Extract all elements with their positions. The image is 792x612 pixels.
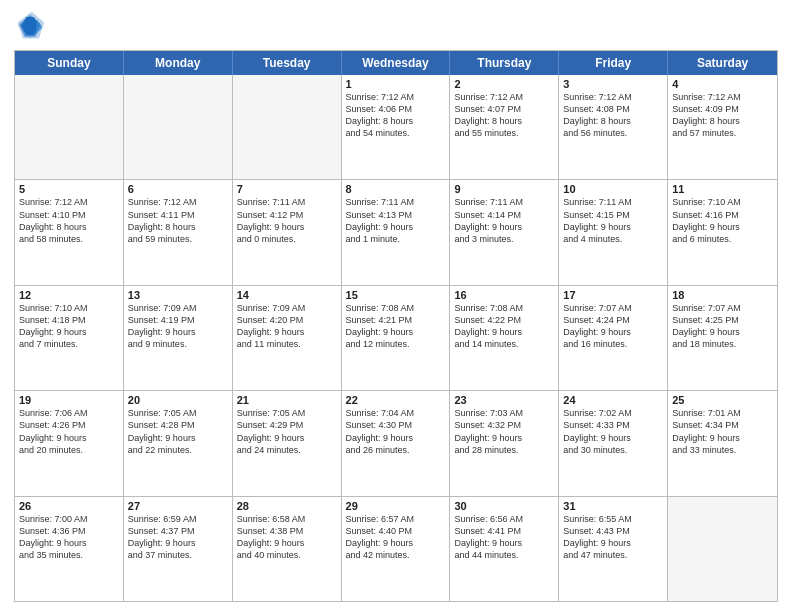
cal-cell-0-6: 4Sunrise: 7:12 AM Sunset: 4:09 PM Daylig… xyxy=(668,75,777,179)
day-number: 14 xyxy=(237,289,337,301)
header-day-friday: Friday xyxy=(559,51,668,75)
cal-cell-3-6: 25Sunrise: 7:01 AM Sunset: 4:34 PM Dayli… xyxy=(668,391,777,495)
day-number: 19 xyxy=(19,394,119,406)
day-info: Sunrise: 7:08 AM Sunset: 4:21 PM Dayligh… xyxy=(346,302,446,351)
cal-cell-2-1: 13Sunrise: 7:09 AM Sunset: 4:19 PM Dayli… xyxy=(124,286,233,390)
day-number: 8 xyxy=(346,183,446,195)
cal-cell-0-5: 3Sunrise: 7:12 AM Sunset: 4:08 PM Daylig… xyxy=(559,75,668,179)
day-info: Sunrise: 6:57 AM Sunset: 4:40 PM Dayligh… xyxy=(346,513,446,562)
cal-cell-4-0: 26Sunrise: 7:00 AM Sunset: 4:36 PM Dayli… xyxy=(15,497,124,601)
day-number: 23 xyxy=(454,394,554,406)
day-info: Sunrise: 7:12 AM Sunset: 4:09 PM Dayligh… xyxy=(672,91,773,140)
cal-cell-1-5: 10Sunrise: 7:11 AM Sunset: 4:15 PM Dayli… xyxy=(559,180,668,284)
day-number: 22 xyxy=(346,394,446,406)
cal-cell-3-2: 21Sunrise: 7:05 AM Sunset: 4:29 PM Dayli… xyxy=(233,391,342,495)
logo xyxy=(14,10,50,42)
day-info: Sunrise: 7:05 AM Sunset: 4:29 PM Dayligh… xyxy=(237,407,337,456)
day-info: Sunrise: 6:58 AM Sunset: 4:38 PM Dayligh… xyxy=(237,513,337,562)
day-info: Sunrise: 7:07 AM Sunset: 4:24 PM Dayligh… xyxy=(563,302,663,351)
day-number: 16 xyxy=(454,289,554,301)
day-info: Sunrise: 6:56 AM Sunset: 4:41 PM Dayligh… xyxy=(454,513,554,562)
day-number: 17 xyxy=(563,289,663,301)
day-info: Sunrise: 6:55 AM Sunset: 4:43 PM Dayligh… xyxy=(563,513,663,562)
day-info: Sunrise: 7:09 AM Sunset: 4:20 PM Dayligh… xyxy=(237,302,337,351)
day-number: 29 xyxy=(346,500,446,512)
cal-cell-3-0: 19Sunrise: 7:06 AM Sunset: 4:26 PM Dayli… xyxy=(15,391,124,495)
day-info: Sunrise: 7:11 AM Sunset: 4:12 PM Dayligh… xyxy=(237,196,337,245)
day-number: 30 xyxy=(454,500,554,512)
cal-cell-4-6 xyxy=(668,497,777,601)
day-number: 9 xyxy=(454,183,554,195)
cal-cell-4-5: 31Sunrise: 6:55 AM Sunset: 4:43 PM Dayli… xyxy=(559,497,668,601)
header-day-saturday: Saturday xyxy=(668,51,777,75)
cal-cell-1-2: 7Sunrise: 7:11 AM Sunset: 4:12 PM Daylig… xyxy=(233,180,342,284)
day-info: Sunrise: 6:59 AM Sunset: 4:37 PM Dayligh… xyxy=(128,513,228,562)
day-number: 6 xyxy=(128,183,228,195)
day-info: Sunrise: 7:12 AM Sunset: 4:08 PM Dayligh… xyxy=(563,91,663,140)
cal-cell-3-5: 24Sunrise: 7:02 AM Sunset: 4:33 PM Dayli… xyxy=(559,391,668,495)
day-info: Sunrise: 7:10 AM Sunset: 4:16 PM Dayligh… xyxy=(672,196,773,245)
day-info: Sunrise: 7:12 AM Sunset: 4:10 PM Dayligh… xyxy=(19,196,119,245)
day-info: Sunrise: 7:11 AM Sunset: 4:15 PM Dayligh… xyxy=(563,196,663,245)
cal-cell-3-1: 20Sunrise: 7:05 AM Sunset: 4:28 PM Dayli… xyxy=(124,391,233,495)
cal-cell-1-0: 5Sunrise: 7:12 AM Sunset: 4:10 PM Daylig… xyxy=(15,180,124,284)
cal-cell-1-1: 6Sunrise: 7:12 AM Sunset: 4:11 PM Daylig… xyxy=(124,180,233,284)
cal-cell-2-6: 18Sunrise: 7:07 AM Sunset: 4:25 PM Dayli… xyxy=(668,286,777,390)
day-number: 31 xyxy=(563,500,663,512)
day-info: Sunrise: 7:10 AM Sunset: 4:18 PM Dayligh… xyxy=(19,302,119,351)
calendar-row-2: 12Sunrise: 7:10 AM Sunset: 4:18 PM Dayli… xyxy=(15,285,777,390)
header xyxy=(14,10,778,42)
cal-cell-2-0: 12Sunrise: 7:10 AM Sunset: 4:18 PM Dayli… xyxy=(15,286,124,390)
cal-cell-4-2: 28Sunrise: 6:58 AM Sunset: 4:38 PM Dayli… xyxy=(233,497,342,601)
day-info: Sunrise: 7:02 AM Sunset: 4:33 PM Dayligh… xyxy=(563,407,663,456)
day-number: 5 xyxy=(19,183,119,195)
day-info: Sunrise: 7:04 AM Sunset: 4:30 PM Dayligh… xyxy=(346,407,446,456)
cal-cell-0-2 xyxy=(233,75,342,179)
page: SundayMondayTuesdayWednesdayThursdayFrid… xyxy=(0,0,792,612)
cal-cell-4-1: 27Sunrise: 6:59 AM Sunset: 4:37 PM Dayli… xyxy=(124,497,233,601)
day-number: 26 xyxy=(19,500,119,512)
day-number: 4 xyxy=(672,78,773,90)
day-info: Sunrise: 7:09 AM Sunset: 4:19 PM Dayligh… xyxy=(128,302,228,351)
logo-icon xyxy=(14,10,46,42)
header-day-sunday: Sunday xyxy=(15,51,124,75)
day-info: Sunrise: 7:11 AM Sunset: 4:14 PM Dayligh… xyxy=(454,196,554,245)
day-number: 20 xyxy=(128,394,228,406)
calendar-row-0: 1Sunrise: 7:12 AM Sunset: 4:06 PM Daylig… xyxy=(15,75,777,179)
header-day-thursday: Thursday xyxy=(450,51,559,75)
day-info: Sunrise: 7:00 AM Sunset: 4:36 PM Dayligh… xyxy=(19,513,119,562)
day-number: 11 xyxy=(672,183,773,195)
cal-cell-2-2: 14Sunrise: 7:09 AM Sunset: 4:20 PM Dayli… xyxy=(233,286,342,390)
day-number: 1 xyxy=(346,78,446,90)
day-number: 28 xyxy=(237,500,337,512)
day-info: Sunrise: 7:12 AM Sunset: 4:07 PM Dayligh… xyxy=(454,91,554,140)
calendar-row-3: 19Sunrise: 7:06 AM Sunset: 4:26 PM Dayli… xyxy=(15,390,777,495)
day-info: Sunrise: 7:08 AM Sunset: 4:22 PM Dayligh… xyxy=(454,302,554,351)
day-number: 2 xyxy=(454,78,554,90)
day-number: 24 xyxy=(563,394,663,406)
day-number: 21 xyxy=(237,394,337,406)
calendar-body: 1Sunrise: 7:12 AM Sunset: 4:06 PM Daylig… xyxy=(15,75,777,601)
cal-cell-1-6: 11Sunrise: 7:10 AM Sunset: 4:16 PM Dayli… xyxy=(668,180,777,284)
day-info: Sunrise: 7:07 AM Sunset: 4:25 PM Dayligh… xyxy=(672,302,773,351)
cal-cell-0-1 xyxy=(124,75,233,179)
day-info: Sunrise: 7:12 AM Sunset: 4:11 PM Dayligh… xyxy=(128,196,228,245)
cal-cell-0-3: 1Sunrise: 7:12 AM Sunset: 4:06 PM Daylig… xyxy=(342,75,451,179)
day-number: 12 xyxy=(19,289,119,301)
cal-cell-2-3: 15Sunrise: 7:08 AM Sunset: 4:21 PM Dayli… xyxy=(342,286,451,390)
cal-cell-4-4: 30Sunrise: 6:56 AM Sunset: 4:41 PM Dayli… xyxy=(450,497,559,601)
day-number: 25 xyxy=(672,394,773,406)
day-number: 15 xyxy=(346,289,446,301)
day-info: Sunrise: 7:06 AM Sunset: 4:26 PM Dayligh… xyxy=(19,407,119,456)
cal-cell-0-0 xyxy=(15,75,124,179)
day-info: Sunrise: 7:12 AM Sunset: 4:06 PM Dayligh… xyxy=(346,91,446,140)
day-number: 7 xyxy=(237,183,337,195)
cal-cell-4-3: 29Sunrise: 6:57 AM Sunset: 4:40 PM Dayli… xyxy=(342,497,451,601)
cal-cell-1-3: 8Sunrise: 7:11 AM Sunset: 4:13 PM Daylig… xyxy=(342,180,451,284)
calendar: SundayMondayTuesdayWednesdayThursdayFrid… xyxy=(14,50,778,602)
day-info: Sunrise: 7:01 AM Sunset: 4:34 PM Dayligh… xyxy=(672,407,773,456)
day-number: 27 xyxy=(128,500,228,512)
cal-cell-3-3: 22Sunrise: 7:04 AM Sunset: 4:30 PM Dayli… xyxy=(342,391,451,495)
day-number: 3 xyxy=(563,78,663,90)
day-info: Sunrise: 7:05 AM Sunset: 4:28 PM Dayligh… xyxy=(128,407,228,456)
